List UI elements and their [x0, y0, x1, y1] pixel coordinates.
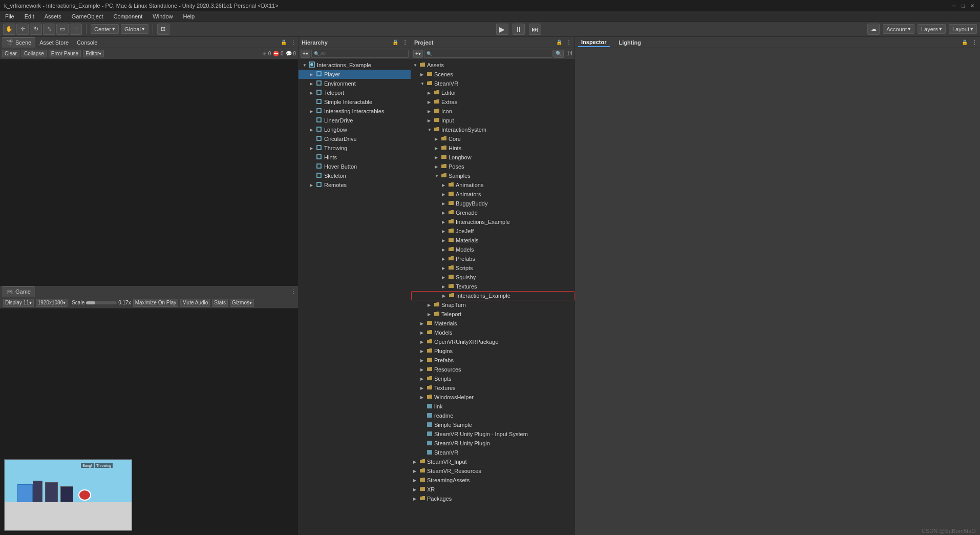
project-search[interactable]: 🔍 [424, 50, 552, 58]
project-item-steamvr-unity-plugin---input-system[interactable]: SteamVR Unity Plugin - Input System [411, 429, 574, 439]
tab-inspector[interactable]: Inspector [578, 38, 610, 47]
hierarchy-item-throwing[interactable]: ▶Throwing [299, 143, 411, 153]
tab-lighting[interactable]: Lighting [616, 38, 644, 47]
grid-btn[interactable]: ⊞ [157, 24, 169, 35]
hierarchy-item-interactions_example[interactable]: ▼Interactions_Example [299, 60, 411, 70]
project-item-steamvr[interactable]: SteamVR [411, 448, 574, 457]
project-filter-btn[interactable]: 🔍 [553, 50, 564, 58]
project-item-steamvr-resources[interactable]: ▶SteamVR_Resources [411, 466, 574, 476]
hierarchy-more-icon[interactable]: ⋮ [402, 39, 408, 45]
clear-button[interactable]: Clear [2, 50, 19, 57]
hierarchy-search[interactable]: 🔍 All [311, 50, 409, 58]
project-item-samples[interactable]: ▼Samples [411, 171, 574, 180]
hierarchy-content[interactable]: ▼Interactions_Example▶Player▶Environment… [299, 59, 411, 535]
move-tool[interactable]: ✛ [16, 24, 29, 35]
hierarchy-lock-icon[interactable]: 🔒 [392, 39, 398, 45]
project-item-streamingassets[interactable]: ▶StreamingAssets [411, 476, 574, 485]
project-item-prefabs[interactable]: ▶Prefabs [411, 356, 574, 365]
project-item-scripts[interactable]: ▶Scripts [411, 263, 574, 273]
hierarchy-item-interesting-interactables[interactable]: ▶Interesting Interactables [299, 107, 411, 116]
project-item-snapturn[interactable]: ▶SnapTurn [411, 300, 574, 310]
project-item-interactions-example[interactable]: ▶Interactions_Example [411, 217, 574, 227]
project-item-windowshelper[interactable]: ▶WindowsHelper [411, 393, 574, 402]
project-item-prefabs[interactable]: ▶Prefabs [411, 254, 574, 263]
menu-gameobject[interactable]: GameObject [70, 13, 105, 19]
hierarchy-add-btn[interactable]: +▾ [301, 50, 310, 58]
step-button[interactable]: ⏭ [529, 24, 541, 35]
project-item-hints[interactable]: ▶Hints [411, 143, 574, 153]
project-item-resources[interactable]: ▶Resources [411, 365, 574, 374]
project-item-steamvr[interactable]: ▼SteamVR [411, 79, 574, 88]
project-item-simple-sample[interactable]: Simple Sample [411, 420, 574, 429]
project-item-openvrunityxrpackage[interactable]: ▶OpenVRUnityXRPackage [411, 337, 574, 346]
hierarchy-item-simple-interactable[interactable]: Simple Interactable [299, 97, 411, 107]
project-item-textures[interactable]: ▶Textures [411, 383, 574, 393]
project-item-buggybuddy[interactable]: ▶BuggyBuddy [411, 199, 574, 208]
game-more-icon[interactable]: ⋮ [291, 289, 296, 294]
center-toggle[interactable]: Center▾ [91, 24, 119, 34]
menu-window[interactable]: Window [151, 13, 175, 19]
hierarchy-item-longbow[interactable]: ▶Longbow [299, 125, 411, 134]
maximize-on-play[interactable]: Maximize On Play [133, 299, 179, 307]
global-toggle[interactable]: Global▾ [121, 24, 148, 34]
project-item-models[interactable]: ▶Models [411, 245, 574, 254]
project-item-scripts[interactable]: ▶Scripts [411, 374, 574, 383]
project-item-steamvr-input[interactable]: ▶SteamVR_Input [411, 457, 574, 466]
project-more-icon[interactable]: ⋮ [566, 39, 571, 45]
layers-button[interactable]: Layers▾ [918, 24, 946, 34]
project-item-core[interactable]: ▶Core [411, 134, 574, 143]
error-pause-button[interactable]: Error Pause [49, 50, 81, 57]
hierarchy-item-hints[interactable]: Hints [299, 153, 411, 162]
play-button[interactable]: ▶ [496, 24, 508, 35]
hierarchy-item-hover-button[interactable]: Hover Button [299, 162, 411, 171]
project-item-models[interactable]: ▶Models [411, 328, 574, 337]
minimize-button[interactable]: ─ [950, 2, 957, 9]
project-item-readme[interactable]: readme [411, 411, 574, 420]
project-item-scenes[interactable]: ▶Scenes [411, 70, 574, 79]
rect-tool[interactable]: ▭ [56, 24, 69, 35]
layout-button[interactable]: Layout▾ [949, 24, 977, 34]
project-add-btn[interactable]: +▾ [413, 50, 423, 58]
tab-scene[interactable]: 🎬 Scene [2, 37, 35, 48]
project-item-xr[interactable]: ▶XR [411, 485, 574, 494]
hand-tool[interactable]: ✋ [3, 24, 15, 35]
project-item-link[interactable]: link [411, 402, 574, 411]
menu-help[interactable]: Help [181, 13, 197, 19]
rotate-tool[interactable]: ↻ [30, 24, 42, 35]
hierarchy-item-skeleton[interactable]: Skeleton [299, 171, 411, 180]
project-item-animations[interactable]: ▶Animations [411, 180, 574, 190]
project-item-poses[interactable]: ▶Poses [411, 162, 574, 171]
transform-tool[interactable]: ⊹ [70, 24, 82, 35]
tab-console[interactable]: Console [73, 37, 101, 48]
project-item-textures[interactable]: ▶Textures [411, 282, 574, 291]
stats-button[interactable]: Stats [212, 299, 228, 307]
mute-audio[interactable]: Mute Audio [180, 299, 210, 307]
hierarchy-item-player[interactable]: ▶Player [299, 70, 411, 79]
display-dropdown[interactable]: Display 1 1 ▾ [3, 299, 34, 307]
project-lock-icon[interactable]: 🔒 [556, 39, 562, 45]
project-item-squishy[interactable]: ▶Squishy [411, 273, 574, 282]
collapse-button[interactable]: Collapse [22, 50, 47, 57]
project-item-teleport[interactable]: ▶Teleport [411, 310, 574, 319]
project-item-interactions-example[interactable]: ▶Interactions_Example [411, 291, 574, 300]
tab-asset-store[interactable]: Asset Store [35, 37, 73, 48]
scale-tool[interactable]: ⤡ [43, 24, 55, 35]
project-item-assets[interactable]: ▼Assets [411, 60, 574, 70]
cloud-icon[interactable]: ☁ [867, 24, 880, 35]
maximize-button[interactable]: □ [960, 2, 967, 9]
editor-dropdown[interactable]: Editor▾ [83, 50, 104, 57]
project-item-plugins[interactable]: ▶Plugins [411, 346, 574, 356]
tab-game[interactable]: 🎮 Game [2, 286, 35, 297]
menu-component[interactable]: Component [111, 13, 144, 19]
project-item-materials[interactable]: ▶Materials [411, 236, 574, 245]
menu-edit[interactable]: Edit [23, 13, 36, 19]
hierarchy-item-environment[interactable]: ▶Environment [299, 79, 411, 88]
project-item-interactionsystem[interactable]: ▼InteractionSystem [411, 125, 574, 134]
menu-file[interactable]: File [3, 13, 16, 19]
project-item-icon[interactable]: ▶Icon [411, 107, 574, 116]
project-item-joejeff[interactable]: ▶JoeJeff [411, 227, 574, 236]
hierarchy-item-remotes[interactable]: ▶Remotes [299, 180, 411, 190]
project-item-steamvr-unity-plugin[interactable]: SteamVR Unity Plugin [411, 439, 574, 448]
hierarchy-item-circulardrive[interactable]: CircularDrive [299, 134, 411, 143]
gizmos-dropdown[interactable]: Gizmos▾ [230, 299, 254, 307]
